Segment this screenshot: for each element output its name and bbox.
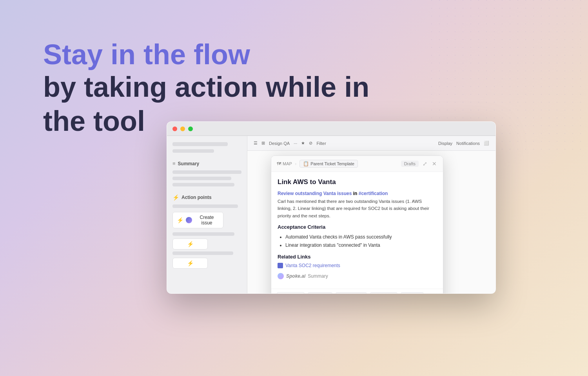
- create-issue-button[interactable]: ⚡ Create issue: [172, 212, 223, 228]
- panel-footer: Planned ··· Priority 👤 Assignee ◇ Est: [271, 289, 443, 294]
- panel-body: Link AWS to Vanta Review outstanding Van…: [271, 172, 443, 289]
- meta-label-tag[interactable]: 🏷 Label: [401, 292, 424, 294]
- sidebar-action-section: ⚡ Action points: [172, 194, 241, 201]
- app-window: ≡ Summary ⚡ Action points ⚡ Create issue…: [167, 121, 496, 294]
- highlight-link[interactable]: Review outstanding Vanta issues: [278, 191, 352, 196]
- notifications-button[interactable]: Notifications: [456, 141, 480, 146]
- linear-logo-icon: [186, 217, 192, 223]
- breadcrumb-template-tag[interactable]: 📋 Parent Ticket Template: [299, 160, 358, 168]
- sidebar-small-btn-2[interactable]: ⚡: [172, 258, 208, 269]
- sidebar-skel-6: [172, 204, 238, 208]
- breadcrumb-map: 🗺 MAP: [277, 161, 292, 166]
- sidebar-skel-4: [172, 177, 231, 180]
- sidebar-small-btn-1[interactable]: ⚡: [172, 239, 208, 249]
- expand-button[interactable]: ⤢: [422, 160, 428, 168]
- action-icon: ⚡: [172, 194, 179, 201]
- bolt-icon-small-1: ⚡: [187, 241, 194, 247]
- acceptance-criteria-title: Acceptance Criteria: [278, 224, 437, 230]
- highlight-in: in: [353, 191, 359, 196]
- breadcrumb-template-label: Parent Ticket Template: [310, 161, 354, 166]
- title-bar: [167, 122, 495, 136]
- related-link-label: Vanta SOC2 requirements: [285, 263, 340, 268]
- criteria-item-1: Automated Vanta checks in AWS pass succe…: [285, 233, 437, 241]
- breadcrumb-map-label: MAP: [283, 161, 292, 166]
- criteria-item-2: Linear integration status "connected" in…: [285, 241, 437, 249]
- tab-design-qa[interactable]: Design QA: [269, 141, 290, 146]
- main-content: ☰ ⊞ Design QA ··· ★ ⊘ Filter Display Not…: [247, 136, 495, 293]
- star-icon[interactable]: ★: [301, 141, 305, 146]
- sidebar-skel-7: [172, 232, 234, 236]
- bolt-icon-small-2: ⚡: [187, 260, 194, 266]
- highlight-tag: #certification: [359, 191, 388, 196]
- meta-estimate-tag[interactable]: ◇ Estimate: [370, 292, 398, 294]
- meta-row: Planned ··· Priority 👤 Assignee ◇ Est: [277, 292, 437, 294]
- create-issue-label: Create issue: [194, 215, 219, 226]
- meta-priority-tag[interactable]: ··· Priority: [308, 292, 333, 294]
- sidebar: ≡ Summary ⚡ Action points ⚡ Create issue…: [167, 136, 247, 293]
- hero-title-line1: Stay in the flow: [43, 39, 396, 70]
- breadcrumb-separator: ›: [295, 162, 296, 166]
- highlight-title: Review outstanding Vanta issues in #cert…: [278, 191, 437, 196]
- top-bar: ☰ ⊞ Design QA ··· ★ ⊘ Filter Display Not…: [247, 136, 495, 151]
- sidebar-summary-section: ≡ Summary: [172, 161, 241, 166]
- action-bolt-icon: ⚡: [177, 217, 183, 223]
- sidebar-skeleton-1: [172, 142, 228, 146]
- meta-status-tag[interactable]: Planned: [277, 292, 305, 294]
- close-button[interactable]: ✕: [431, 160, 437, 168]
- sidebar-skel-5: [172, 183, 234, 186]
- app-body: ≡ Summary ⚡ Action points ⚡ Create issue…: [167, 136, 495, 293]
- template-icon: 📋: [303, 161, 309, 166]
- sidebar-action-label: Action points: [181, 195, 212, 200]
- top-bar-right: Display Notifications ⬜: [438, 141, 489, 146]
- highlight-body: Carl has mentioned that there are two ou…: [278, 198, 437, 219]
- vanta-link-icon: [278, 263, 283, 268]
- spoke-summary: Spoke.ai Summary: [278, 271, 437, 279]
- close-dot[interactable]: [172, 127, 177, 131]
- acceptance-criteria-list: Automated Vanta checks in AWS pass succe…: [278, 233, 437, 249]
- sidebar-skel-3: [172, 170, 241, 174]
- issue-panel: 🗺 MAP › 📋 Parent Ticket Template Drafts …: [271, 155, 443, 294]
- filter-label[interactable]: Filter: [316, 141, 326, 146]
- highlight-block: Review outstanding Vanta issues in #cert…: [278, 191, 437, 219]
- map-icon: 🗺: [277, 161, 281, 166]
- table-icon: ⊞: [261, 141, 265, 146]
- related-link-vanta[interactable]: Vanta SOC2 requirements: [278, 263, 437, 268]
- spoke-summary-label: Summary: [308, 273, 328, 279]
- sidebar-summary-label: Summary: [178, 161, 200, 166]
- display-button[interactable]: Display: [438, 141, 452, 146]
- fullscreen-dot[interactable]: [188, 127, 193, 131]
- related-links-title: Related Links: [278, 254, 437, 260]
- minimize-dot[interactable]: [180, 127, 185, 131]
- drafts-badge: Drafts: [401, 161, 419, 167]
- ellipsis-icon: ···: [294, 141, 297, 146]
- spoke-icon: [278, 273, 284, 279]
- panel-title: Link AWS to Vanta: [278, 178, 437, 186]
- panel-header-actions: ⤢ ✕: [422, 160, 437, 168]
- meta-assignee-tag[interactable]: 👤 Assignee: [336, 292, 367, 294]
- sidebar-skeleton-2: [172, 149, 214, 153]
- grid-icon: ☰: [254, 141, 258, 146]
- filter-icon: ⊘: [309, 141, 312, 146]
- panel-header: 🗺 MAP › 📋 Parent Ticket Template Drafts …: [271, 156, 443, 172]
- layout-icon: ⬜: [484, 141, 489, 146]
- spoke-brand: Spoke.ai: [286, 273, 305, 279]
- sidebar-skel-8: [172, 251, 233, 255]
- summary-icon: ≡: [172, 161, 176, 166]
